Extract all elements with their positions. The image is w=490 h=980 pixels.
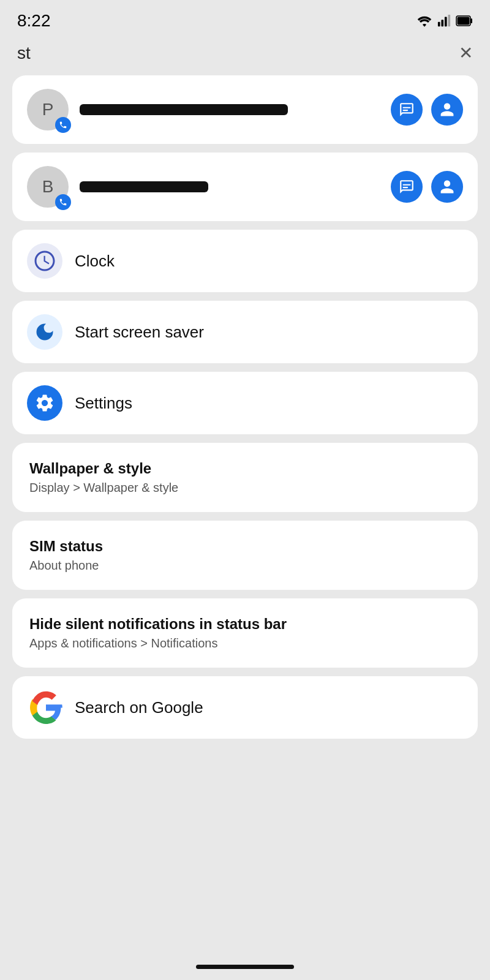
clock-app-result[interactable]: Clock [12, 230, 478, 292]
phone-badge-1 [55, 117, 71, 133]
search-query[interactable]: st [17, 43, 31, 63]
search-results: P B [0, 75, 490, 739]
svg-rect-0 [438, 22, 440, 26]
clock-icon [27, 243, 62, 279]
svg-rect-3 [448, 15, 450, 26]
contact-name-bar-2 [80, 181, 208, 192]
wallpaper-style-subtitle: Display > Wallpaper & style [29, 481, 461, 495]
hide-silent-notifications-result[interactable]: Hide silent notifications in status bar … [12, 598, 478, 668]
screensaver-icon [27, 314, 62, 350]
contact-card-2[interactable]: B [12, 153, 478, 221]
google-search-label: Search on Google [75, 698, 203, 717]
contact-actions-1 [391, 94, 463, 126]
svg-rect-6 [458, 17, 470, 25]
search-bar[interactable]: st ✕ [0, 37, 490, 75]
status-bar: 8:22 [0, 0, 490, 37]
screensaver-result[interactable]: Start screen saver [12, 301, 478, 363]
contact-actions-2 [391, 171, 463, 203]
google-search-result[interactable]: Search on Google [12, 676, 478, 739]
signal-icon [437, 14, 451, 28]
contact-avatar-1: P [27, 89, 69, 130]
svg-rect-5 [470, 18, 472, 23]
settings-label: Settings [75, 394, 132, 413]
svg-rect-10 [403, 187, 409, 188]
svg-rect-2 [445, 17, 447, 27]
wallpaper-style-result[interactable]: Wallpaper & style Display > Wallpaper & … [12, 443, 478, 512]
wallpaper-style-title: Wallpaper & style [29, 460, 461, 477]
sim-status-subtitle: About phone [29, 559, 461, 573]
status-time: 8:22 [17, 11, 51, 31]
home-indicator[interactable] [196, 965, 294, 969]
sim-status-title: SIM status [29, 538, 461, 555]
profile-button-1[interactable] [431, 94, 463, 126]
battery-icon [456, 14, 473, 28]
svg-rect-7 [403, 107, 411, 108]
svg-rect-8 [403, 110, 409, 111]
contact-name-bar-1 [80, 104, 288, 115]
profile-button-2[interactable] [431, 171, 463, 203]
message-button-1[interactable] [391, 94, 423, 126]
hide-silent-subtitle: Apps & notifications > Notifications [29, 636, 461, 650]
contact-avatar-2: B [27, 166, 69, 208]
settings-icon [27, 385, 62, 421]
search-clear-button[interactable]: ✕ [459, 43, 473, 63]
svg-rect-1 [441, 20, 443, 26]
svg-rect-9 [403, 184, 411, 186]
wifi-icon [417, 14, 432, 28]
settings-app-result[interactable]: Settings [12, 372, 478, 434]
contact-card-1[interactable]: P [12, 75, 478, 144]
status-icons [417, 14, 473, 28]
message-button-2[interactable] [391, 171, 423, 203]
google-logo [29, 691, 62, 724]
hide-silent-title: Hide silent notifications in status bar [29, 616, 461, 633]
phone-badge-2 [55, 194, 71, 210]
clock-label: Clock [75, 252, 115, 271]
sim-status-result[interactable]: SIM status About phone [12, 521, 478, 590]
screensaver-label: Start screen saver [75, 323, 204, 342]
